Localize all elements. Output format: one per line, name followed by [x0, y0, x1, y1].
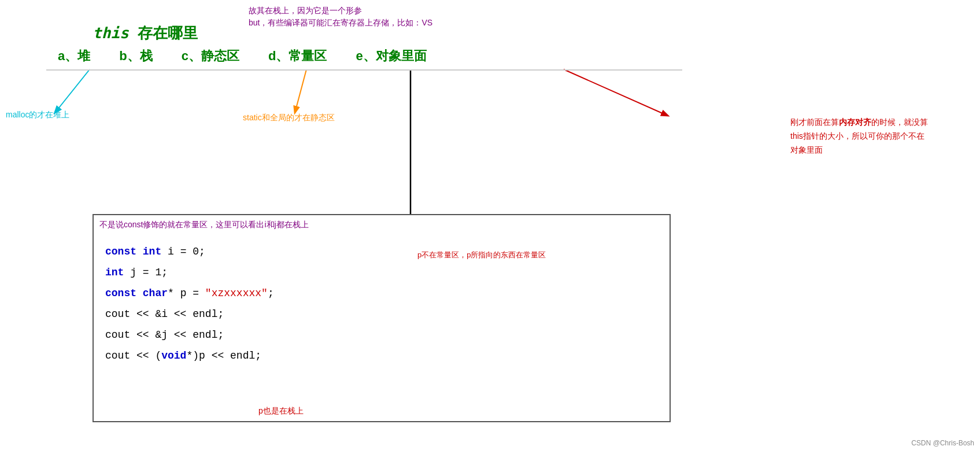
code-line-6: cout << (void*)p << endl; — [105, 345, 658, 366]
static-annotation: static和全局的才在静态区 — [243, 113, 335, 123]
svg-line-1 — [295, 69, 306, 113]
code-content: const int i = 0; int j = 1; const char* … — [105, 241, 658, 366]
p-constant-annotation: p不在常量区，p所指向的东西在常量区 — [417, 250, 546, 260]
code-box-annotation: 不是说const修饰的就在常量区，这里可以看出i和j都在栈上 — [99, 220, 309, 230]
red-note-line3: 对象里面 — [790, 145, 823, 154]
kw-int-2: int — [105, 262, 130, 283]
code-line-1: const int i = 0; — [105, 241, 658, 262]
semi-3: ; — [268, 283, 274, 304]
option-c: c、静态区 — [182, 47, 239, 65]
code-line-3: const char* p = "xzxxxxxx"; — [105, 283, 658, 304]
kw-const-1: const — [105, 241, 143, 262]
svg-line-0 — [55, 69, 90, 113]
star-p: * p = — [168, 283, 205, 304]
this-title: this 存在哪里 — [93, 23, 198, 43]
main-container: 故其在栈上，因为它是一个形参 but，有些编译器可能汇在寄存器上存储，比如：VS… — [0, 0, 980, 450]
kw-char: char — [143, 283, 168, 304]
var-i: i = 0; — [168, 241, 205, 262]
cout-3-part1: cout << ( — [105, 345, 161, 366]
kw-const-3: const — [105, 283, 143, 304]
option-e: e、对象里面 — [356, 47, 426, 65]
malloc-annotation: malloc的才在堆上 — [6, 110, 69, 120]
cout-3-part2: *)p << endl; — [186, 345, 261, 366]
var-j: j = 1; — [130, 262, 168, 283]
option-b: b、栈 — [119, 47, 152, 65]
kw-int-1: int — [143, 241, 168, 262]
code-line-2: int j = 1; — [105, 262, 658, 283]
kw-void: void — [161, 345, 186, 366]
red-note-line2: this指针的大小，所以可你的那个不在 — [790, 131, 924, 141]
options-row: a、堆 b、栈 c、静态区 d、常量区 e、对象里面 — [58, 47, 427, 65]
p-stack-annotation: p也是在栈上 — [258, 406, 304, 416]
cout-2: cout << &j << endl; — [105, 324, 224, 345]
code-box: 不是说const修饰的就在常量区，这里可以看出i和j都在栈上 p不在常量区，p所… — [93, 214, 671, 422]
cout-1: cout << &i << endl; — [105, 304, 224, 324]
horizontal-divider — [46, 69, 682, 71]
red-note-line1-part1: 刚才前面在算 — [790, 117, 839, 127]
option-a: a、堆 — [58, 47, 90, 65]
code-line-5: cout << &j << endl; — [105, 324, 658, 345]
csdn-watermark: CSDN @Chris-Bosh — [911, 439, 974, 447]
svg-line-3 — [564, 69, 668, 116]
this-keyword: this — [93, 24, 129, 42]
option-d: d、常量区 — [268, 47, 327, 65]
red-note-line1-rest: 的时候，就没算 — [871, 117, 928, 127]
code-line-4: cout << &i << endl; — [105, 304, 658, 324]
red-annotation-right: 刚才前面在算内存对齐的时候，就没算 this指针的大小，所以可你的那个不在 对象… — [790, 116, 928, 157]
red-note-bold: 内存对齐 — [839, 117, 871, 127]
purple-annotation-top: 故其在栈上，因为它是一个形参 but，有些编译器可能汇在寄存器上存储，比如：VS — [249, 5, 432, 29]
title-rest: 存在哪里 — [129, 24, 198, 42]
string-literal: "xzxxxxxx" — [205, 283, 268, 304]
